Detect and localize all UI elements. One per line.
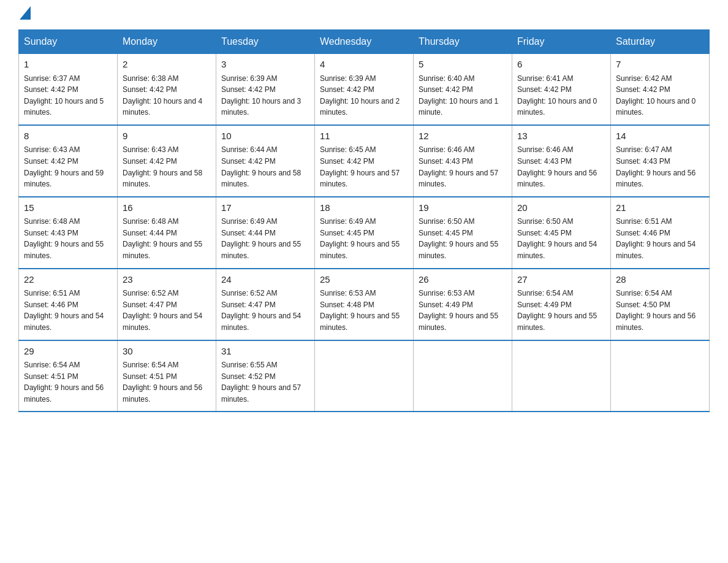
day-number: 16 bbox=[123, 201, 211, 215]
day-info: Sunrise: 6:52 AMSunset: 4:47 PMDaylight:… bbox=[221, 288, 309, 333]
day-info: Sunrise: 6:54 AMSunset: 4:51 PMDaylight:… bbox=[24, 359, 112, 405]
calendar-header-row: SundayMondayTuesdayWednesdayThursdayFrid… bbox=[19, 30, 710, 54]
calendar-cell: 14 Sunrise: 6:47 AMSunset: 4:43 PMDaylig… bbox=[611, 125, 710, 197]
calendar-cell: 24 Sunrise: 6:52 AMSunset: 4:47 PMDaylig… bbox=[216, 269, 315, 340]
calendar-cell: 18 Sunrise: 6:49 AMSunset: 4:45 PMDaylig… bbox=[315, 197, 414, 269]
calendar-cell: 1 Sunrise: 6:37 AMSunset: 4:42 PMDayligh… bbox=[19, 54, 118, 125]
calendar-cell: 8 Sunrise: 6:43 AMSunset: 4:42 PMDayligh… bbox=[19, 125, 118, 197]
day-number: 24 bbox=[221, 273, 309, 287]
weekday-header-tuesday: Tuesday bbox=[216, 30, 315, 54]
calendar-week-row: 22 Sunrise: 6:51 AMSunset: 4:46 PMDaylig… bbox=[19, 269, 710, 340]
day-number: 11 bbox=[320, 129, 408, 144]
calendar-cell: 15 Sunrise: 6:48 AMSunset: 4:43 PMDaylig… bbox=[19, 197, 118, 269]
day-number: 8 bbox=[24, 129, 112, 144]
day-number: 20 bbox=[517, 201, 605, 215]
day-info: Sunrise: 6:38 AMSunset: 4:42 PMDaylight:… bbox=[123, 73, 211, 118]
day-info: Sunrise: 6:48 AMSunset: 4:43 PMDaylight:… bbox=[24, 216, 112, 261]
day-number: 12 bbox=[419, 129, 507, 144]
calendar-week-row: 8 Sunrise: 6:43 AMSunset: 4:42 PMDayligh… bbox=[19, 125, 710, 197]
calendar-cell bbox=[512, 340, 611, 412]
day-info: Sunrise: 6:48 AMSunset: 4:44 PMDaylight:… bbox=[123, 216, 211, 261]
day-number: 21 bbox=[616, 201, 704, 215]
calendar-cell: 19 Sunrise: 6:50 AMSunset: 4:45 PMDaylig… bbox=[414, 197, 512, 269]
calendar-cell: 30 Sunrise: 6:54 AMSunset: 4:51 PMDaylig… bbox=[118, 340, 216, 412]
day-number: 19 bbox=[419, 201, 507, 215]
day-number: 31 bbox=[221, 345, 309, 359]
day-number: 26 bbox=[419, 273, 507, 287]
calendar-cell: 17 Sunrise: 6:49 AMSunset: 4:44 PMDaylig… bbox=[216, 197, 315, 269]
day-info: Sunrise: 6:49 AMSunset: 4:44 PMDaylight:… bbox=[221, 216, 309, 261]
calendar-cell: 27 Sunrise: 6:54 AMSunset: 4:49 PMDaylig… bbox=[512, 269, 611, 340]
weekday-header-friday: Friday bbox=[512, 30, 611, 54]
day-info: Sunrise: 6:49 AMSunset: 4:45 PMDaylight:… bbox=[320, 216, 408, 261]
weekday-header-wednesday: Wednesday bbox=[315, 30, 414, 54]
day-info: Sunrise: 6:54 AMSunset: 4:49 PMDaylight:… bbox=[517, 288, 605, 333]
day-number: 14 bbox=[616, 129, 704, 144]
calendar-cell: 28 Sunrise: 6:54 AMSunset: 4:50 PMDaylig… bbox=[611, 269, 710, 340]
calendar-cell: 26 Sunrise: 6:53 AMSunset: 4:49 PMDaylig… bbox=[414, 269, 512, 340]
logo bbox=[18, 12, 31, 17]
day-info: Sunrise: 6:55 AMSunset: 4:52 PMDaylight:… bbox=[221, 359, 309, 405]
day-number: 27 bbox=[517, 273, 605, 287]
weekday-header-thursday: Thursday bbox=[414, 30, 512, 54]
day-number: 6 bbox=[517, 58, 605, 72]
day-info: Sunrise: 6:53 AMSunset: 4:48 PMDaylight:… bbox=[320, 288, 408, 333]
calendar-cell: 13 Sunrise: 6:46 AMSunset: 4:43 PMDaylig… bbox=[512, 125, 611, 197]
calendar-cell: 23 Sunrise: 6:52 AMSunset: 4:47 PMDaylig… bbox=[118, 269, 216, 340]
day-info: Sunrise: 6:53 AMSunset: 4:49 PMDaylight:… bbox=[419, 288, 507, 333]
calendar-cell: 9 Sunrise: 6:43 AMSunset: 4:42 PMDayligh… bbox=[118, 125, 216, 197]
day-number: 9 bbox=[123, 129, 211, 144]
calendar-cell: 16 Sunrise: 6:48 AMSunset: 4:44 PMDaylig… bbox=[118, 197, 216, 269]
calendar-cell bbox=[611, 340, 710, 412]
day-number: 3 bbox=[221, 58, 309, 72]
calendar-cell: 11 Sunrise: 6:45 AMSunset: 4:42 PMDaylig… bbox=[315, 125, 414, 197]
day-info: Sunrise: 6:51 AMSunset: 4:46 PMDaylight:… bbox=[24, 288, 112, 333]
calendar-cell: 4 Sunrise: 6:39 AMSunset: 4:42 PMDayligh… bbox=[315, 54, 414, 125]
day-info: Sunrise: 6:46 AMSunset: 4:43 PMDaylight:… bbox=[517, 144, 605, 190]
calendar-cell bbox=[414, 340, 512, 412]
calendar-cell: 5 Sunrise: 6:40 AMSunset: 4:42 PMDayligh… bbox=[414, 54, 512, 125]
calendar-cell: 3 Sunrise: 6:39 AMSunset: 4:42 PMDayligh… bbox=[216, 54, 315, 125]
calendar-table: SundayMondayTuesdayWednesdayThursdayFrid… bbox=[18, 29, 710, 412]
day-info: Sunrise: 6:54 AMSunset: 4:51 PMDaylight:… bbox=[123, 359, 211, 405]
day-info: Sunrise: 6:39 AMSunset: 4:42 PMDaylight:… bbox=[221, 73, 309, 118]
day-info: Sunrise: 6:37 AMSunset: 4:42 PMDaylight:… bbox=[24, 73, 112, 118]
day-number: 7 bbox=[616, 58, 704, 72]
day-number: 22 bbox=[24, 273, 112, 287]
calendar-cell: 29 Sunrise: 6:54 AMSunset: 4:51 PMDaylig… bbox=[19, 340, 118, 412]
day-info: Sunrise: 6:51 AMSunset: 4:46 PMDaylight:… bbox=[616, 216, 704, 261]
calendar-cell: 21 Sunrise: 6:51 AMSunset: 4:46 PMDaylig… bbox=[611, 197, 710, 269]
day-info: Sunrise: 6:43 AMSunset: 4:42 PMDaylight:… bbox=[123, 144, 211, 190]
day-number: 10 bbox=[221, 129, 309, 144]
day-number: 18 bbox=[320, 201, 408, 215]
day-number: 13 bbox=[517, 129, 605, 144]
day-number: 4 bbox=[320, 58, 408, 72]
day-info: Sunrise: 6:50 AMSunset: 4:45 PMDaylight:… bbox=[419, 216, 507, 261]
svg-marker-0 bbox=[20, 6, 31, 20]
calendar-cell: 22 Sunrise: 6:51 AMSunset: 4:46 PMDaylig… bbox=[19, 269, 118, 340]
calendar-cell: 6 Sunrise: 6:41 AMSunset: 4:42 PMDayligh… bbox=[512, 54, 611, 125]
calendar-cell: 12 Sunrise: 6:46 AMSunset: 4:43 PMDaylig… bbox=[414, 125, 512, 197]
calendar-cell: 31 Sunrise: 6:55 AMSunset: 4:52 PMDaylig… bbox=[216, 340, 315, 412]
day-info: Sunrise: 6:52 AMSunset: 4:47 PMDaylight:… bbox=[123, 288, 211, 333]
day-info: Sunrise: 6:46 AMSunset: 4:43 PMDaylight:… bbox=[419, 144, 507, 190]
calendar-cell: 25 Sunrise: 6:53 AMSunset: 4:48 PMDaylig… bbox=[315, 269, 414, 340]
day-info: Sunrise: 6:44 AMSunset: 4:42 PMDaylight:… bbox=[221, 144, 309, 190]
day-info: Sunrise: 6:45 AMSunset: 4:42 PMDaylight:… bbox=[320, 144, 408, 190]
day-number: 1 bbox=[24, 58, 112, 72]
day-info: Sunrise: 6:41 AMSunset: 4:42 PMDaylight:… bbox=[517, 73, 605, 118]
day-number: 5 bbox=[419, 58, 507, 72]
calendar-week-row: 1 Sunrise: 6:37 AMSunset: 4:42 PMDayligh… bbox=[19, 54, 710, 125]
weekday-header-sunday: Sunday bbox=[19, 30, 118, 54]
calendar-cell: 7 Sunrise: 6:42 AMSunset: 4:42 PMDayligh… bbox=[611, 54, 710, 125]
page-header bbox=[18, 12, 710, 17]
day-number: 25 bbox=[320, 273, 408, 287]
weekday-header-monday: Monday bbox=[118, 30, 216, 54]
day-info: Sunrise: 6:50 AMSunset: 4:45 PMDaylight:… bbox=[517, 216, 605, 261]
calendar-cell: 10 Sunrise: 6:44 AMSunset: 4:42 PMDaylig… bbox=[216, 125, 315, 197]
calendar-week-row: 29 Sunrise: 6:54 AMSunset: 4:51 PMDaylig… bbox=[19, 340, 710, 412]
calendar-cell: 2 Sunrise: 6:38 AMSunset: 4:42 PMDayligh… bbox=[118, 54, 216, 125]
day-number: 30 bbox=[123, 345, 211, 359]
day-number: 29 bbox=[24, 345, 112, 359]
day-number: 17 bbox=[221, 201, 309, 215]
